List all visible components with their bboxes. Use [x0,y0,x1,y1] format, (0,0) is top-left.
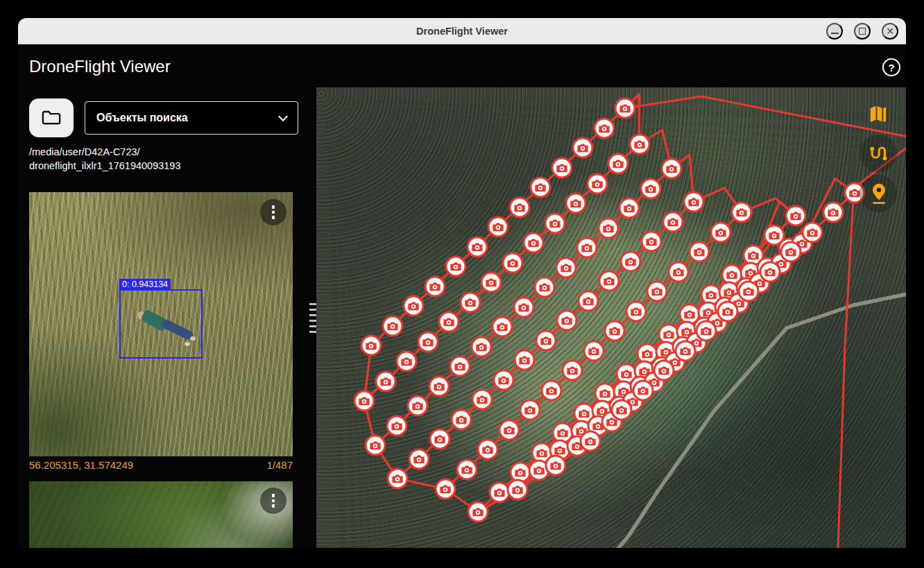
camera-marker[interactable] [580,431,601,452]
camera-marker[interactable] [641,231,662,252]
camera-marker[interactable] [417,331,438,352]
camera-marker[interactable] [493,369,514,390]
search-objects-select[interactable]: Объекты поиска [85,101,298,135]
camera-marker[interactable] [696,320,717,342]
camera-marker[interactable] [438,311,460,333]
minimize-button[interactable] [826,23,843,40]
camera-marker[interactable] [407,395,429,417]
camera-marker[interactable] [403,295,425,317]
camera-marker[interactable] [653,360,675,381]
camera-marker[interactable] [556,310,578,332]
camera-marker[interactable] [445,256,467,277]
camera-marker[interactable] [456,458,477,480]
camera-marker[interactable] [481,272,502,293]
camera-marker[interactable] [611,399,633,421]
camera-marker[interactable] [823,202,844,223]
camera-marker[interactable] [387,468,409,490]
camera-marker[interactable] [780,241,802,263]
camera-marker[interactable] [375,370,396,392]
camera-marker[interactable] [429,429,451,450]
photo-menu-button[interactable] [260,199,286,225]
camera-marker[interactable] [530,177,551,198]
window-titlebar[interactable]: DroneFlight Viewer ✕ [18,18,906,44]
camera-marker[interactable] [710,221,731,243]
camera-marker[interactable] [513,296,534,318]
camera-marker[interactable] [424,275,445,297]
camera-marker[interactable] [535,329,556,351]
camera-marker[interactable] [608,153,629,175]
camera-marker[interactable] [492,316,513,338]
location-pin-button[interactable] [869,182,889,203]
camera-marker[interactable] [683,191,705,213]
camera-marker[interactable] [572,137,594,159]
camera-marker[interactable] [523,232,545,254]
camera-marker[interactable] [472,389,493,411]
camera-marker[interactable] [477,439,499,461]
camera-marker[interactable] [593,117,615,139]
camera-marker[interactable] [674,340,696,361]
camera-marker[interactable] [386,415,407,436]
camera-marker[interactable] [520,399,541,421]
camera-marker[interactable] [565,193,587,214]
camera-marker[interactable] [577,290,599,311]
close-button[interactable]: ✕ [882,23,898,40]
camera-marker[interactable] [544,212,565,234]
camera-marker[interactable] [466,236,488,257]
camera-marker[interactable] [619,250,641,272]
camera-marker[interactable] [498,419,520,440]
photo-thumbnail-1[interactable]: 0: 0.943134 [29,192,293,456]
camera-marker[interactable] [514,350,536,371]
camera-marker[interactable] [731,202,753,223]
camera-marker[interactable] [459,291,481,313]
open-folder-button[interactable] [29,98,74,137]
camera-marker[interactable] [647,281,668,302]
camera-marker[interactable] [396,351,418,372]
photo-thumbnail-2[interactable] [29,481,293,548]
camera-marker[interactable] [615,98,636,119]
camera-marker[interactable] [365,435,386,456]
camera-marker[interactable] [488,216,509,238]
camera-marker[interactable] [428,375,450,397]
map-layers-button[interactable] [868,104,889,125]
camera-marker[interactable] [555,257,576,278]
camera-marker[interactable] [759,261,780,282]
camera-marker[interactable] [507,479,529,501]
camera-marker[interactable] [382,315,403,336]
camera-marker[interactable] [468,501,489,523]
camera-marker[interactable] [717,300,738,322]
camera-marker[interactable] [662,211,683,232]
camera-marker[interactable] [597,217,619,239]
camera-marker[interactable] [801,221,823,243]
camera-marker[interactable] [502,252,523,273]
camera-marker[interactable] [545,455,567,476]
camera-marker[interactable] [738,281,760,302]
camera-marker[interactable] [599,270,620,292]
camera-marker[interactable] [534,277,556,298]
camera-marker[interactable] [576,237,598,259]
camera-marker[interactable] [540,379,562,401]
camera-marker[interactable] [508,196,530,218]
camera-marker[interactable] [450,356,471,377]
camera-marker[interactable] [435,479,456,500]
camera-marker[interactable] [640,178,661,199]
camera-marker[interactable] [604,320,626,342]
route-button[interactable] [868,144,889,164]
camera-marker[interactable] [632,379,653,401]
camera-marker[interactable] [625,300,647,322]
camera-marker[interactable] [562,360,583,381]
satellite-map[interactable] [316,87,906,548]
camera-marker[interactable] [408,448,429,470]
camera-marker[interactable] [628,133,650,155]
camera-marker[interactable] [470,336,492,357]
photo-menu-button[interactable] [260,488,286,514]
camera-marker[interactable] [785,205,806,226]
camera-marker[interactable] [450,408,472,430]
camera-marker[interactable] [586,173,608,194]
camera-marker[interactable] [661,158,683,180]
help-button[interactable]: ? [882,58,900,76]
camera-marker[interactable] [619,198,640,219]
camera-marker[interactable] [551,157,572,178]
camera-marker[interactable] [667,261,689,282]
maximize-button[interactable] [854,23,871,40]
camera-marker[interactable] [354,390,375,412]
